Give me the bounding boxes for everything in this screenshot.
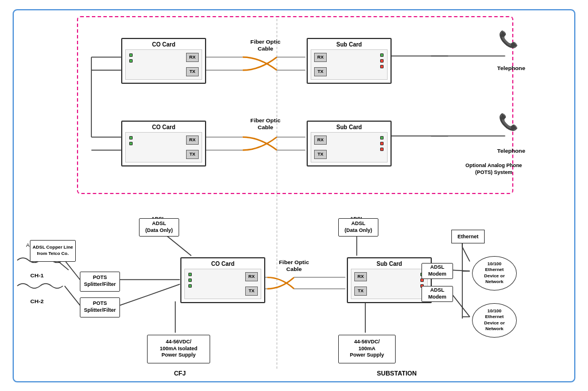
led-co2-2 — [129, 142, 133, 145]
power-supply-1-label: 44-56VDC/100mA IsolatedPower Supply — [160, 339, 198, 359]
svg-text:Cable: Cable — [286, 266, 302, 272]
ethernet-label: Ethernet — [458, 234, 479, 239]
co-card-3-inner: RX TX — [184, 269, 261, 299]
svg-line-21 — [64, 286, 80, 305]
sub-card-2-inner: RX TX — [311, 132, 388, 162]
adsl-copper-line-box: ADSL Copper Linefrom Telco Co. — [30, 240, 76, 262]
pots-splitter-2-label: POTS Splitter/Filter — [80, 300, 119, 313]
co-card-3-title: CO Card — [181, 261, 264, 267]
pots-splitter-2: POTS Splitter/Filter — [80, 297, 120, 318]
adsl-data-only-right-label: ADSL(Data Only) — [345, 220, 372, 234]
svg-text:Fiber Optic: Fiber Optic — [279, 259, 310, 265]
led-sub1-3 — [380, 65, 384, 68]
svg-line-20 — [64, 260, 80, 280]
sub-card-3-title: Sub Card — [348, 261, 431, 267]
svg-text:SUBSTATION: SUBSTATION — [377, 370, 416, 377]
led-green-co1 — [129, 53, 133, 57]
led-co2-1 — [129, 136, 133, 140]
co-card-3: CO Card RX TX — [180, 257, 265, 303]
co-card-2: CO Card RX TX — [121, 121, 206, 167]
ethernet-network-1: 10/100EthernetDevice orNetwork — [472, 256, 517, 291]
adsl-modem-2: ADSLModem — [421, 286, 453, 302]
svg-text:CH-2: CH-2 — [30, 297, 44, 304]
sub-card-1: Sub Card RX TX — [307, 38, 392, 84]
led-green-co1-2 — [129, 59, 133, 63]
ethernet-label-box: Ethernet — [451, 230, 485, 243]
adsl-modem-2-label: ADSLModem — [428, 287, 447, 300]
svg-line-53 — [451, 270, 470, 271]
led-sub2-2 — [380, 142, 384, 145]
power-supply-1: 44-56VDC/100mA IsolatedPower Supply — [147, 335, 210, 363]
ethernet-network-1-label: 10/100EthernetDevice orNetwork — [484, 261, 505, 285]
power-supply-2-label: 44-56VDC/100mAPower Supply — [350, 339, 384, 359]
svg-text:CH-1: CH-1 — [30, 272, 44, 278]
sub-card-1-inner: RX TX — [311, 49, 388, 80]
ethernet-network-2-label: 10/100EthernetDevice orNetwork — [484, 308, 505, 332]
co-card-1-title: CO Card — [122, 41, 205, 48]
led-sub2-3 — [380, 148, 384, 151]
adsl-data-only-right: ADSL(Data Only) — [338, 218, 378, 237]
sub-card-2-title: Sub Card — [308, 124, 390, 130]
led-sub1-1 — [380, 53, 384, 57]
svg-line-54 — [451, 292, 470, 316]
ethernet-network-2: 10/100EthernetDevice orNetwork — [472, 303, 517, 338]
co-card-2-title: CO Card — [122, 124, 205, 130]
led-co3-3 — [188, 284, 192, 288]
adsl-modem-1: ADSLModem — [421, 263, 453, 279]
led-sub1-2 — [380, 59, 384, 63]
svg-line-56 — [462, 247, 470, 261]
pots-splitter-1: POTS Splitter/Filter — [80, 272, 120, 292]
adsl-modem-1-label: ADSLModem — [428, 264, 447, 277]
diagram-container: Fiber Optic Cable Fiber Optic Cable Fibe… — [13, 9, 575, 382]
adsl-data-only-left-label: ADSL(Data Only) — [145, 220, 173, 234]
power-supply-2: 44-56VDC/100mAPower Supply — [338, 335, 396, 363]
adsl-copper-label: ADSL Copper Linefrom Telco Co. — [33, 245, 74, 257]
led-co3-2 — [188, 278, 192, 282]
svg-text:CFJ: CFJ — [174, 370, 186, 377]
sub-card-3-inner: RX TX — [351, 269, 428, 299]
pots-splitter-1-label: POTS Splitter/Filter — [80, 274, 119, 288]
sub-card-1-title: Sub Card — [308, 41, 390, 48]
svg-line-24 — [120, 284, 180, 305]
co-card-1-inner: RX TX — [125, 49, 202, 80]
adsl-data-only-left: ADSL(Data Only) — [139, 218, 179, 237]
sub-card-3: Sub Card RX TX — [347, 257, 432, 303]
led-sub2-1 — [380, 136, 384, 140]
sub-card-2: Sub Card RX TX — [307, 121, 392, 167]
led-co3-1 — [188, 273, 192, 276]
co-card-1: CO Card RX TX — [121, 38, 206, 84]
co-card-2-inner: RX TX — [125, 132, 202, 162]
